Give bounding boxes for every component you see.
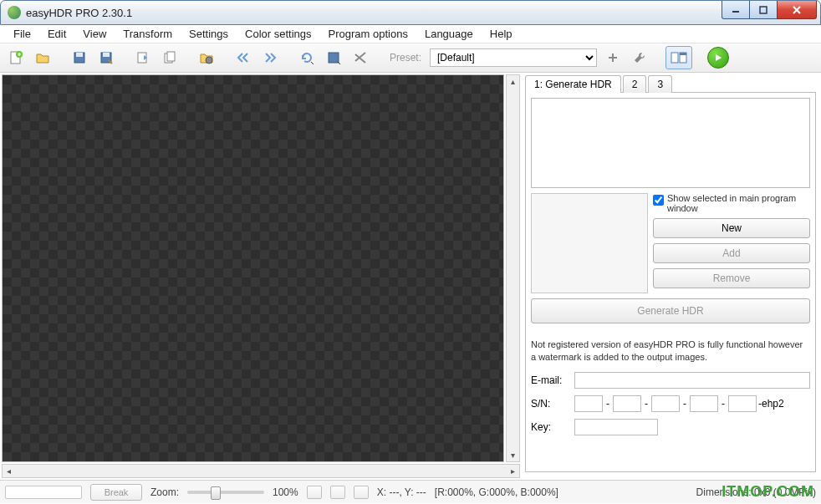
- show-selected-label: Show selected in main program window: [667, 193, 810, 213]
- svg-rect-12: [329, 53, 339, 63]
- wrench-icon[interactable]: [629, 47, 650, 69]
- svg-point-11: [206, 57, 212, 64]
- svg-rect-7: [103, 53, 110, 57]
- sn-part-5[interactable]: [728, 395, 757, 412]
- menu-file[interactable]: File: [5, 26, 39, 42]
- svg-rect-1: [760, 7, 767, 13]
- new-button[interactable]: New: [653, 218, 810, 238]
- settings-folder-icon[interactable]: [196, 47, 217, 69]
- tab-body: Show selected in main program window New…: [525, 92, 816, 472]
- add-button[interactable]: Add: [653, 243, 810, 263]
- svg-rect-13: [671, 53, 678, 63]
- statusbar: Break Zoom: 100% X: ---, Y: --- [R:000%,…: [0, 480, 821, 503]
- svg-rect-10: [167, 52, 175, 61]
- copy-icon[interactable]: [159, 47, 181, 69]
- sn-part-2[interactable]: [613, 395, 641, 412]
- watermark: ITMOP.COM: [722, 483, 814, 501]
- tab-2[interactable]: 2: [623, 75, 647, 93]
- svg-rect-15: [680, 53, 686, 55]
- remove-button[interactable]: Remove: [653, 268, 810, 288]
- vertical-scrollbar[interactable]: ▴ ▾: [506, 74, 520, 462]
- save-icon[interactable]: [69, 47, 90, 69]
- sn-part-1[interactable]: [574, 395, 603, 412]
- viewport[interactable]: [2, 74, 504, 462]
- window-controls: [722, 1, 817, 19]
- break-button[interactable]: Break: [90, 484, 142, 501]
- show-selected-input[interactable]: [653, 195, 664, 206]
- menu-view[interactable]: View: [74, 26, 115, 42]
- tab-3[interactable]: 3: [648, 75, 672, 93]
- new-project-icon[interactable]: [5, 47, 27, 69]
- show-selected-checkbox[interactable]: Show selected in main program window: [653, 193, 810, 213]
- zoom-window-icon[interactable]: [354, 486, 369, 499]
- menu-language[interactable]: Language: [416, 26, 482, 42]
- sn-inputs: - - - - -ehp2: [574, 395, 784, 412]
- zoom-1to1-icon[interactable]: [330, 486, 345, 499]
- toolbar: Preset: [Default]: [0, 43, 821, 73]
- prev-icon[interactable]: [232, 47, 254, 69]
- key-label: Key:: [531, 421, 566, 433]
- key-input[interactable]: [574, 419, 658, 435]
- app-icon: [8, 6, 21, 19]
- menu-transform[interactable]: Transform: [115, 26, 181, 42]
- tab-generate-hdr[interactable]: 1: Generate HDR: [525, 75, 621, 93]
- image-listbox[interactable]: [531, 98, 810, 188]
- menu-color-settings[interactable]: Color settings: [237, 26, 319, 42]
- sn-part-4[interactable]: [690, 395, 718, 412]
- preset-label: Preset:: [390, 52, 421, 64]
- preset-select[interactable]: [Default]: [430, 48, 597, 67]
- layout-icon[interactable]: [665, 46, 692, 69]
- zoom-slider[interactable]: [187, 491, 264, 494]
- email-input[interactable]: [574, 372, 810, 389]
- next-icon[interactable]: [259, 47, 281, 69]
- svg-rect-5: [76, 53, 83, 57]
- zoom-value: 100%: [273, 486, 298, 498]
- menu-program-options[interactable]: Program options: [320, 26, 416, 42]
- save-preset-icon[interactable]: [323, 47, 344, 69]
- side-panel: 1: Generate HDR 2 3 Show selected in mai…: [522, 73, 821, 480]
- add-preset-icon[interactable]: [602, 47, 624, 69]
- cursor-rgb: [R:000%, G:000%, B:000%]: [435, 486, 558, 498]
- scroll-down-icon[interactable]: ▾: [507, 449, 519, 461]
- email-label: E-mail:: [531, 374, 566, 386]
- scroll-up-icon[interactable]: ▴: [507, 75, 519, 88]
- close-button[interactable]: [777, 1, 817, 19]
- open-project-icon[interactable]: [32, 47, 54, 69]
- sn-part-3[interactable]: [651, 395, 680, 412]
- titlebar: easyHDR PRO 2.30.1: [0, 0, 821, 25]
- scroll-right-icon[interactable]: ▸: [507, 465, 519, 477]
- maximize-button[interactable]: [749, 1, 778, 19]
- export-icon[interactable]: [132, 47, 154, 69]
- minimize-button[interactable]: [722, 1, 750, 19]
- sn-field-row: S/N: - - - - -ehp2: [531, 395, 810, 412]
- generate-hdr-button[interactable]: Generate HDR: [531, 298, 810, 323]
- crop-icon[interactable]: [349, 47, 371, 69]
- tabs: 1: Generate HDR 2 3: [525, 74, 816, 92]
- email-field-row: E-mail:: [531, 372, 810, 389]
- thumbnail-preview: [531, 193, 648, 293]
- menubar: File Edit View Transform Settings Color …: [0, 25, 821, 43]
- sn-suffix: -ehp2: [758, 398, 784, 410]
- svg-rect-0: [732, 11, 739, 13]
- reload-icon[interactable]: [296, 47, 318, 69]
- menu-edit[interactable]: Edit: [39, 26, 74, 42]
- menu-settings[interactable]: Settings: [181, 26, 237, 42]
- scroll-left-icon[interactable]: ◂: [3, 465, 15, 477]
- window-title: easyHDR PRO 2.30.1: [26, 7, 132, 19]
- viewport-wrap: ▴ ▾ ◂ ▸: [0, 73, 522, 480]
- zoom-label: Zoom:: [150, 486, 179, 498]
- horizontal-scrollbar[interactable]: ◂ ▸: [2, 464, 520, 478]
- registration-note: Not registered version of easyHDR PRO is…: [531, 339, 810, 364]
- zoom-fit-icon[interactable]: [307, 486, 322, 499]
- content: ▴ ▾ ◂ ▸ 1: Generate HDR 2 3 Show selecte…: [0, 73, 821, 480]
- key-field-row: Key:: [531, 419, 810, 435]
- progress-bar: [5, 486, 82, 499]
- menu-help[interactable]: Help: [482, 26, 521, 42]
- cursor-xy: X: ---, Y: ---: [377, 486, 426, 498]
- save-as-icon[interactable]: [95, 47, 117, 69]
- go-icon[interactable]: [707, 47, 729, 69]
- sn-label: S/N:: [531, 398, 566, 410]
